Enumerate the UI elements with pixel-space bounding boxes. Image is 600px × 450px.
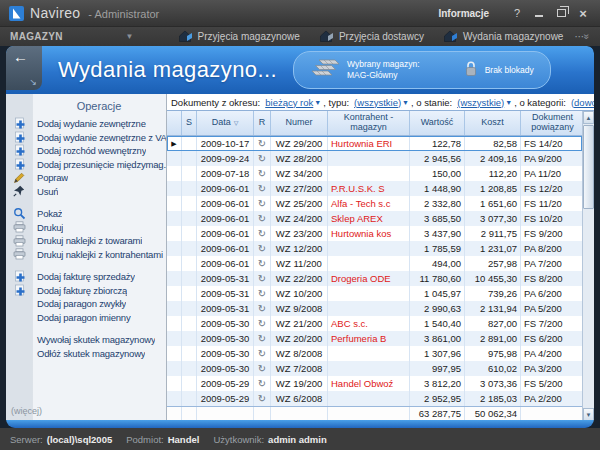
tab-przyjęcia-magazynowe[interactable]: Przyjęcia magazynowe [170, 27, 309, 47]
table-row[interactable]: 2009-05-30↻WZ 8/20081 307,96975,98PA 4/2… [167, 346, 582, 361]
scroll-up-button[interactable]: ▲ [583, 111, 594, 124]
cell-date: 2009-06-01 [197, 241, 254, 256]
column-header-number[interactable]: Numer [271, 111, 328, 135]
cell-doc: PA 8/200 [521, 241, 585, 256]
scroll-down-button[interactable]: ▼ [583, 408, 594, 420]
cell-number: WZ 12/200 [271, 241, 328, 256]
sidebar-item[interactable]: Dodaj fakturę sprzedaży [6, 270, 166, 284]
sidebar-item-label: Dodaj fakturę sprzedaży [32, 271, 135, 282]
informacje-button[interactable]: Informacje [438, 8, 489, 19]
filter-dropdown-link[interactable]: (wszystkie) [457, 97, 504, 108]
cell-s [182, 166, 197, 181]
add-icon [6, 158, 32, 171]
cell-cost: 827,00 [465, 316, 521, 331]
table-row[interactable]: 2009-06-01↻WZ 11/200494,00257,98PA 7/200 [167, 256, 582, 271]
cell-doc: PA 2/200 [521, 391, 585, 406]
sidebar-item[interactable]: Usuń [6, 185, 166, 199]
sidebar-item[interactable]: Dodaj paragon imienny [6, 311, 166, 325]
sidebar-more-link[interactable]: (więcej) [11, 406, 42, 416]
sidebar-item[interactable]: Dodaj rozchód wewnętrzny [6, 144, 166, 158]
column-header-value[interactable]: Wartość [410, 111, 465, 135]
cell-s [182, 241, 197, 256]
table-row[interactable]: ▶2009-10-17↻WZ 29/200Hurtownia ERI122,78… [167, 136, 582, 151]
table-row[interactable]: 2009-06-01↻WZ 23/200Hurtownia kos3 437,9… [167, 226, 582, 241]
filter-caret-icon[interactable]: ▼ [402, 99, 409, 106]
cell-doc: FS 10/20 [521, 211, 585, 226]
summary-cell-date [197, 407, 254, 420]
cell-s [182, 226, 197, 241]
sidebar-item[interactable]: Drukuj naklejki z towarami [6, 234, 166, 248]
lock-status: Brak blokady [464, 60, 534, 81]
column-header-marker[interactable] [167, 111, 182, 135]
column-header-doc[interactable]: Dokument powiązany [521, 111, 585, 135]
cell-value: 1 540,40 [410, 316, 465, 331]
cell-value: 2 952,95 [410, 391, 465, 406]
cell-cost: 975,98 [465, 346, 521, 361]
back-button[interactable]: ← ↘ [6, 46, 42, 90]
table-row[interactable]: 2009-06-01↻WZ 27/200P.R.U.S.K. S1 448,90… [167, 181, 582, 196]
column-header-cost[interactable]: Koszt [465, 111, 521, 135]
cell-contractor [328, 346, 410, 361]
add-icon [6, 270, 32, 283]
app-subtitle: - Administrator [88, 8, 159, 20]
sidebar-item-label: Drukuj naklejki z kontrahentami [32, 249, 163, 260]
sidebar-item[interactable]: Dodaj wydanie zewnętrzne z VAT [6, 131, 166, 145]
table-row[interactable]: 2009-05-31↻WZ 9/20082 990,632 131,94PA 5… [167, 301, 582, 316]
cell-doc: PA 4/200 [521, 346, 585, 361]
expand-chevron-button[interactable]: » [582, 34, 593, 40]
table-row[interactable]: 2009-05-31↻WZ 10/2001 045,97739,26PA 6/2… [167, 286, 582, 301]
table-row[interactable]: 2009-06-01↻WZ 12/2001 785,591 231,07PA 8… [167, 241, 582, 256]
house-icon [179, 30, 193, 44]
cell-number: WZ 24/200 [271, 211, 328, 226]
table-row[interactable]: 2009-07-18↻WZ 34/200150,00112,20PA 11/20 [167, 166, 582, 181]
magazyn-menu-dropdown[interactable]: MAGAZYN ▼ [0, 31, 144, 42]
row-marker-cell [167, 376, 182, 391]
sidebar-item[interactable]: Drukuj naklejki z kontrahentami [6, 248, 166, 262]
sidebar-item[interactable]: Wywołaj skutek magazynowy [6, 333, 166, 347]
table-row[interactable]: 2009-09-24↻WZ 28/2002 945,562 409,16PA 9… [167, 151, 582, 166]
table-row[interactable]: 2009-05-29↻WZ 6/20082 952,952 185,03PA 2… [167, 391, 582, 406]
sidebar-item[interactable]: Dodaj wydanie zewnętrzne [6, 117, 166, 131]
cell-r: ↻ [254, 331, 271, 346]
close-button[interactable]: × [575, 6, 591, 21]
sidebar-item[interactable]: Popraw [6, 171, 166, 185]
table-row[interactable]: 2009-05-30↻WZ 20/200Perfumeria B3 861,00… [167, 331, 582, 346]
column-header-date[interactable]: Data▽ [197, 111, 254, 135]
sidebar-item[interactable]: Drukuj [6, 221, 166, 235]
sidebar-item[interactable]: Dodaj przesunięcie międzymag... [6, 158, 166, 172]
table-row[interactable]: 2009-05-29↻WZ 19/200Handel Obwoź3 812,20… [167, 376, 582, 391]
table-row[interactable]: 2009-06-01↻WZ 24/200Sklep AREX3 685,503 … [167, 211, 582, 226]
back-arrow-icon: ← [13, 48, 28, 65]
scrollbar-track[interactable] [583, 124, 594, 408]
cell-number: WZ 20/200 [271, 331, 328, 346]
cell-value: 494,00 [410, 256, 465, 271]
filter-dropdown-link[interactable]: (wszystkie) [354, 97, 401, 108]
help-button[interactable]: ? [509, 7, 525, 19]
column-header-contractor[interactable]: Kontrahent - magazyn [328, 111, 410, 135]
column-header-s[interactable]: S [182, 111, 197, 135]
sidebar-item-label: Dodaj fakturę zbiorczą [32, 285, 127, 296]
scrollbar-thumb[interactable] [583, 125, 594, 209]
vertical-scrollbar[interactable]: ▲ ▼ [582, 111, 594, 420]
sidebar-item-label: Odłóż skutek magazynowy [32, 348, 145, 359]
tab-przyjęcia-dostawcy[interactable]: Przyjęcia dostawcy [311, 27, 433, 47]
filter-caret-icon[interactable]: ▼ [314, 99, 321, 106]
tab-wydania-magazynowe[interactable]: Wydania magazynowe [435, 27, 573, 47]
sidebar-item[interactable]: Odłóż skutek magazynowy [6, 347, 166, 361]
filter-caret-icon[interactable]: ▼ [505, 99, 512, 106]
table-row[interactable]: 2009-05-31↻WZ 22/200Drogeria ODE11 780,6… [167, 271, 582, 286]
table-row[interactable]: 2009-06-01↻WZ 25/200Alfa - Tech s.c2 332… [167, 196, 582, 211]
table-row[interactable]: 2009-05-30↻WZ 21/200ABC s.c.1 540,40827,… [167, 316, 582, 331]
filter-dropdown-link[interactable]: bieżący rok [265, 97, 313, 108]
sidebar-item[interactable]: Dodaj fakturę zbiorczą [6, 284, 166, 298]
sidebar-item[interactable]: Dodaj paragon zwykły [6, 297, 166, 311]
minimize-button[interactable] [531, 7, 547, 19]
cell-cost: 10 455,30 [465, 271, 521, 286]
filter-dropdown-link[interactable]: (dowolna) [571, 97, 594, 108]
table-row[interactable]: 2009-05-30↻WZ 7/2008997,95610,02PA 3/200 [167, 361, 582, 376]
minimize-icon [535, 10, 543, 17]
column-header-r[interactable]: R [254, 111, 271, 135]
sidebar-item[interactable]: Pokaż [6, 207, 166, 221]
cell-s [182, 331, 197, 346]
restore-button[interactable] [553, 7, 569, 19]
